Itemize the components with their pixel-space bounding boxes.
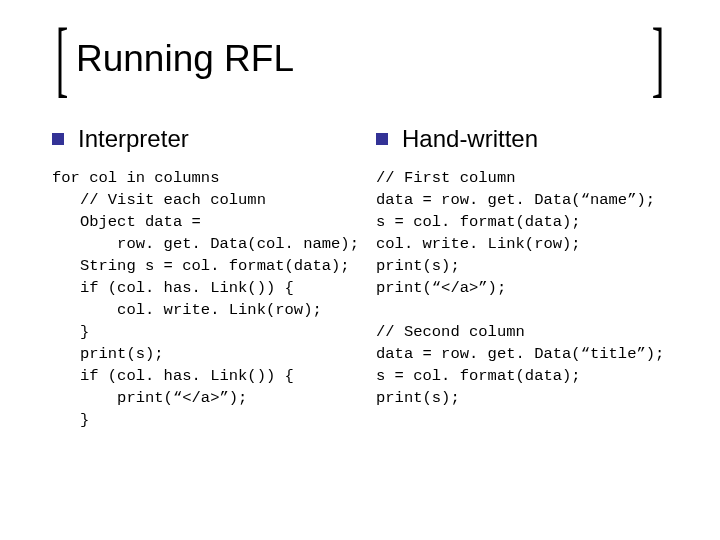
slide-title-container: [ Running RFL ] xyxy=(48,30,672,89)
left-heading-row: Interpreter xyxy=(52,125,348,153)
left-column: Interpreter for col in columns // Visit … xyxy=(52,125,348,431)
square-bullet-icon xyxy=(376,133,388,145)
left-code-block: for col in columns // Visit each column … xyxy=(52,167,348,431)
slide: [ Running RFL ] Interpreter for col in c… xyxy=(0,0,720,540)
right-column: Hand-written // First column data = row.… xyxy=(376,125,672,431)
columns-container: Interpreter for col in columns // Visit … xyxy=(48,125,672,431)
right-heading: Hand-written xyxy=(402,125,538,153)
bracket-left-icon: [ xyxy=(56,30,69,89)
right-heading-row: Hand-written xyxy=(376,125,672,153)
square-bullet-icon xyxy=(52,133,64,145)
left-heading: Interpreter xyxy=(78,125,189,153)
bracket-right-icon: ] xyxy=(652,30,665,89)
slide-title: Running RFL xyxy=(72,38,648,80)
right-code-block: // First column data = row. get. Data(“n… xyxy=(376,167,672,409)
